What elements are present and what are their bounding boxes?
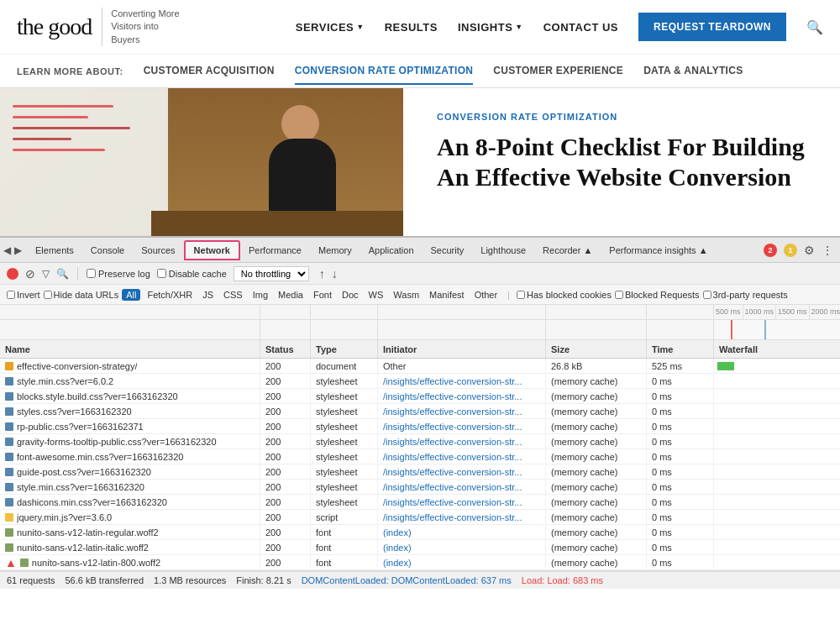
filter-js[interactable]: JS bbox=[199, 289, 217, 301]
table-row[interactable]: blocks.style.build.css?ver=1663162320 20… bbox=[0, 389, 840, 404]
tab-recorder[interactable]: Recorder ▲ bbox=[534, 242, 601, 259]
search-icon[interactable]: 🔍 bbox=[806, 19, 823, 35]
th-size[interactable]: Size bbox=[546, 340, 647, 358]
table-body: effective-conversion-strategy/ 200 docum… bbox=[0, 359, 840, 570]
filter-css[interactable]: CSS bbox=[220, 289, 246, 301]
status-requests: 61 requests bbox=[7, 575, 55, 585]
th-type[interactable]: Type bbox=[311, 340, 378, 358]
hero-image bbox=[0, 88, 403, 236]
filter-media[interactable]: Media bbox=[275, 289, 307, 301]
invert-checkbox[interactable] bbox=[7, 291, 15, 299]
preserve-log-checkbox[interactable] bbox=[87, 269, 96, 278]
filter-img[interactable]: Img bbox=[249, 289, 271, 301]
export-icon[interactable]: ↓ bbox=[332, 267, 338, 281]
invert-label[interactable]: Invert bbox=[7, 290, 40, 300]
filter-doc[interactable]: Doc bbox=[339, 289, 362, 301]
timeline-chart-row bbox=[0, 320, 840, 340]
contact-link[interactable]: CONTACT US bbox=[543, 21, 618, 34]
more-icon[interactable]: ⋮ bbox=[822, 244, 833, 257]
third-party-checkbox[interactable] bbox=[703, 291, 711, 299]
hero-title: An 8-Point Checklist For Building An Eff… bbox=[437, 132, 815, 192]
third-party-label[interactable]: 3rd-party requests bbox=[703, 290, 788, 300]
warning-count-badge: 1 bbox=[784, 244, 797, 257]
nav-results[interactable]: RESULTS bbox=[385, 21, 438, 34]
disable-cache-checkbox[interactable] bbox=[157, 269, 166, 278]
hide-data-urls-checkbox[interactable] bbox=[44, 291, 52, 299]
has-blocked-cookies-label[interactable]: Has blocked cookies bbox=[517, 290, 612, 300]
blocked-requests-checkbox[interactable] bbox=[615, 291, 623, 299]
table-row[interactable]: nunito-sans-v12-latin-italic.woff2 200 f… bbox=[0, 540, 840, 555]
table-row[interactable]: gravity-forms-tooltip-public.css?ver=166… bbox=[0, 434, 840, 449]
sub-nav-customer-experience[interactable]: CUSTOMER EXPERIENCE bbox=[493, 58, 623, 85]
filter-wasm[interactable]: Wasm bbox=[390, 289, 423, 301]
table-row[interactable]: guide-post.css?ver=1663162320 200 styles… bbox=[0, 464, 840, 480]
desk bbox=[151, 211, 403, 236]
filter-font[interactable]: Font bbox=[310, 289, 335, 301]
table-row[interactable]: styles.css?ver=1663162320 200 stylesheet… bbox=[0, 404, 840, 419]
th-time[interactable]: Time bbox=[647, 340, 714, 358]
tab-performance[interactable]: Performance bbox=[240, 242, 310, 259]
th-status[interactable]: Status bbox=[260, 340, 311, 358]
logo[interactable]: the good bbox=[17, 13, 92, 40]
nav-services[interactable]: SERVICES ▼ bbox=[296, 21, 365, 34]
table-row[interactable]: font-awesome.min.css?ver=1663162320 200 … bbox=[0, 449, 840, 464]
clear-button[interactable]: ⊘ bbox=[25, 267, 35, 281]
row-icon-doc bbox=[5, 362, 13, 370]
tab-security[interactable]: Security bbox=[423, 242, 473, 259]
sub-nav-label: LEARN MORE ABOUT: bbox=[17, 66, 123, 76]
table-row[interactable]: dashicons.min.css?ver=1663162320 200 sty… bbox=[0, 495, 840, 510]
sub-nav-cro[interactable]: CONVERSION RATE OPTIMIZATION bbox=[295, 58, 474, 85]
status-load: Load: Load: 683 ms bbox=[522, 575, 603, 585]
tab-performance-insights[interactable]: Performance insights ▲ bbox=[601, 242, 716, 259]
cta-button[interactable]: REQUEST TEARDOWN bbox=[638, 13, 786, 41]
sub-nav-data-analytics[interactable]: DATA & ANALYTICS bbox=[643, 58, 743, 85]
status-dom-content-loaded: DOMContentLoaded: DOMContentLoaded: 637 … bbox=[302, 575, 512, 585]
table-row[interactable]: style.min.css?ver=6.0.2 200 stylesheet /… bbox=[0, 374, 840, 389]
tab-elements[interactable]: Elements bbox=[27, 242, 82, 259]
hero-area: CONVERSION RATE OPTIMIZATION An 8-Point … bbox=[0, 88, 840, 238]
preserve-log-label[interactable]: Preserve log bbox=[87, 269, 150, 279]
devtools-nav-arrows[interactable]: ◀ ▶ bbox=[3, 244, 22, 256]
filter-icon[interactable]: ▽ bbox=[42, 268, 50, 280]
settings-icon[interactable]: ⚙ bbox=[804, 244, 815, 257]
th-waterfall[interactable]: Waterfall bbox=[714, 340, 840, 358]
blocked-requests-label[interactable]: Blocked Requests bbox=[615, 290, 700, 300]
filter-other[interactable]: Other bbox=[471, 289, 501, 301]
th-name[interactable]: Name bbox=[0, 340, 260, 358]
has-blocked-cookies-checkbox[interactable] bbox=[517, 291, 525, 299]
timeline-area: 500 ms 1000 ms 1500 ms 2000 ms 2500 ms 3… bbox=[0, 305, 840, 340]
tab-sources[interactable]: Sources bbox=[133, 242, 183, 259]
table-row[interactable]: style.min.css?ver=1663162320 200 stylesh… bbox=[0, 480, 840, 495]
table-row[interactable]: rp-public.css?ver=1663162371 200 stylesh… bbox=[0, 419, 840, 434]
hero-category: CONVERSION RATE OPTIMIZATION bbox=[437, 112, 815, 122]
devtools-panel: ◀ ▶ Elements Console Sources Network Per… bbox=[0, 238, 840, 589]
tab-application[interactable]: Application bbox=[360, 242, 423, 259]
throttle-select[interactable]: No throttling bbox=[234, 266, 309, 281]
record-button[interactable] bbox=[7, 268, 18, 280]
tab-console[interactable]: Console bbox=[82, 242, 133, 259]
filter-fetch-xhr[interactable]: Fetch/XHR bbox=[144, 289, 196, 301]
table-row[interactable]: nunito-sans-v12-latin-regular.woff2 200 … bbox=[0, 525, 840, 540]
table-header: Name Status Type Initiator Size Time Wat… bbox=[0, 340, 840, 359]
tab-lighthouse[interactable]: Lighthouse bbox=[472, 242, 534, 259]
hero-text: CONVERSION RATE OPTIMIZATION An 8-Point … bbox=[403, 88, 840, 236]
table-row[interactable]: jquery.min.js?ver=3.6.0 200 script /insi… bbox=[0, 510, 840, 525]
main-nav: SERVICES ▼ RESULTS INSIGHTS ▼ CONTACT US… bbox=[296, 13, 823, 41]
whiteboard bbox=[0, 88, 168, 236]
nav-insights[interactable]: INSIGHTS ▼ bbox=[458, 21, 523, 34]
red-arrow-icon: ▲ bbox=[5, 557, 17, 569]
disable-cache-label[interactable]: Disable cache bbox=[157, 269, 227, 279]
filter-manifest[interactable]: Manifest bbox=[426, 289, 468, 301]
table-row[interactable]: effective-conversion-strategy/ 200 docum… bbox=[0, 359, 840, 374]
error-count-badge: 2 bbox=[764, 244, 777, 257]
filter-ws[interactable]: WS bbox=[365, 289, 387, 301]
sub-nav-customer-acquisition[interactable]: CUSTOMER ACQUISITION bbox=[144, 58, 275, 85]
th-initiator[interactable]: Initiator bbox=[378, 340, 546, 358]
import-icon[interactable]: ↑ bbox=[319, 267, 325, 281]
search-network-icon[interactable]: 🔍 bbox=[56, 268, 69, 280]
tab-network[interactable]: Network bbox=[184, 240, 240, 260]
table-row[interactable]: ▲ nunito-sans-v12-latin-800.woff2 200 fo… bbox=[0, 555, 840, 570]
tab-memory[interactable]: Memory bbox=[310, 242, 360, 259]
filter-all[interactable]: All bbox=[122, 289, 140, 301]
hide-data-urls-label[interactable]: Hide data URLs bbox=[44, 290, 119, 300]
